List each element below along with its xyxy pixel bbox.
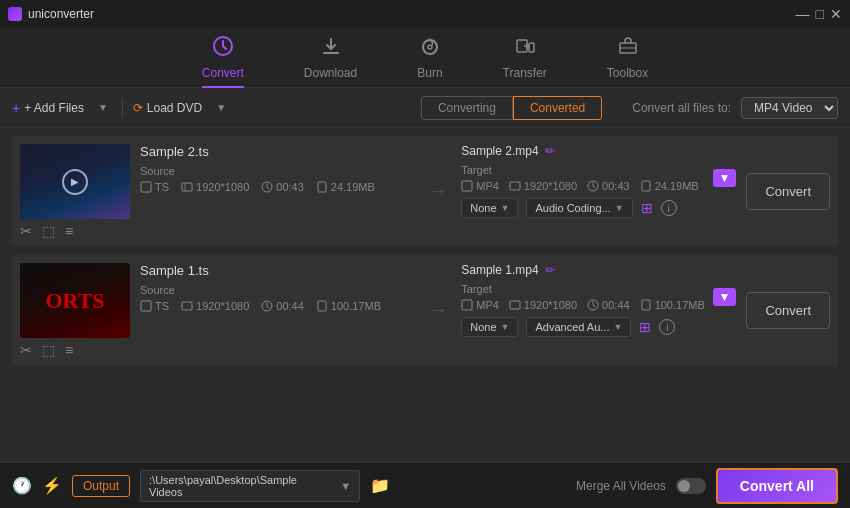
svg-rect-16: [642, 181, 650, 191]
merge-toggle[interactable]: [676, 478, 706, 494]
svg-rect-20: [318, 301, 326, 311]
target-meta-2: MP4 1920*1080 00:44 100.17MB: [461, 299, 705, 311]
convert-button-2[interactable]: Convert: [746, 292, 830, 329]
open-folder-icon[interactable]: 📁: [370, 476, 390, 495]
crop-icon-2[interactable]: ⬚: [42, 342, 55, 358]
crop-icon-1[interactable]: ⬚: [42, 223, 55, 239]
toolbox-nav-icon: [617, 35, 639, 62]
target-label-1: Target: [461, 164, 698, 176]
audio-preset-label-1: None: [470, 202, 496, 214]
app-logo-icon: [8, 7, 22, 21]
thumb-controls-1: ✂ ⬚ ≡: [20, 223, 130, 239]
thumb-controls-2: ✂ ⬚ ≡: [20, 342, 130, 358]
file-name-2: Sample 1.ts: [140, 263, 415, 278]
load-dvd-dropdown[interactable]: ▼: [212, 100, 230, 115]
audio-preset-label-2: None: [470, 321, 496, 333]
convert-button-1[interactable]: Convert: [746, 173, 830, 210]
load-dvd-icon: ⟳: [133, 101, 143, 115]
add-files-button[interactable]: + + Add Files: [12, 100, 84, 116]
svg-rect-17: [141, 301, 151, 311]
source-duration-2: 00:44: [261, 300, 304, 312]
audio-preset-select-2[interactable]: None ▼: [461, 317, 518, 337]
info-icon-2[interactable]: i: [659, 319, 675, 335]
target-format-dropdown-2[interactable]: ▼: [713, 288, 737, 306]
target-size-1: 24.19MB: [640, 180, 699, 192]
nav-burn[interactable]: Burn: [417, 35, 442, 80]
add-files-label: + Add Files: [24, 101, 84, 115]
trim-icon-1[interactable]: ✂: [20, 223, 32, 239]
output-path-dropdown[interactable]: ▼: [340, 480, 351, 492]
convert-all-button[interactable]: Convert All: [716, 468, 838, 504]
add-files-dropdown[interactable]: ▼: [94, 100, 112, 115]
play-button-1[interactable]: ▶: [62, 169, 88, 195]
audio-row-2: None ▼ Advanced Au... ▼ ⊞ i: [461, 317, 736, 337]
target-format-dropdown-1[interactable]: ▼: [713, 169, 737, 187]
clock-icon[interactable]: 🕐: [12, 476, 32, 495]
close-icon[interactable]: ✕: [830, 6, 842, 22]
source-resolution-1: 1920*1080: [181, 181, 249, 193]
target-label-2: Target: [461, 283, 705, 295]
source-format-icon-2: TS: [140, 300, 169, 312]
target-size-2: 100.17MB: [640, 299, 705, 311]
target-duration-1: 00:43: [587, 180, 630, 192]
audio-preset-select-1[interactable]: None ▼: [461, 198, 518, 218]
info-icon-1[interactable]: i: [661, 200, 677, 216]
audio-coding-select-2[interactable]: Advanced Au... ▼: [526, 317, 631, 337]
app-title: uniconverter: [28, 7, 94, 21]
target-format-2: MP4: [461, 299, 499, 311]
target-meta-1: MP4 1920*1080 00:43 24.19MB: [461, 180, 698, 192]
file-item-2: ORTS ✂ ⬚ ≡ Sample 1.ts Source TS 1920*10…: [12, 255, 838, 366]
convert-all-label: Convert all files to:: [632, 101, 731, 115]
trim-icon-2[interactable]: ✂: [20, 342, 32, 358]
source-format-icon-1: TS: [140, 181, 169, 193]
transfer-nav-icon: [514, 35, 536, 62]
target-area-2: Sample 1.mp4 ✏ Target MP4 1920*1080: [461, 263, 736, 358]
tab-converted-label: Converted: [530, 101, 585, 115]
audio-coding-arrow-1: ▼: [615, 203, 624, 213]
arrow-icon-2: →: [429, 300, 447, 321]
tab-converting-label: Converting: [438, 101, 496, 115]
file-info-1: Sample 2.ts Source TS 1920*1080 00:43 24: [140, 144, 415, 239]
file-name-1: Sample 2.ts: [140, 144, 415, 159]
nav-toolbox[interactable]: Toolbox: [607, 35, 648, 80]
flash-icon[interactable]: ⚡: [42, 476, 62, 495]
load-dvd-button[interactable]: ⟳ Load DVD: [133, 101, 202, 115]
tab-converting[interactable]: Converting: [421, 96, 513, 120]
eq-icon-1[interactable]: ⊞: [641, 200, 653, 216]
load-dvd-label: Load DVD: [147, 101, 202, 115]
svg-rect-12: [318, 182, 326, 192]
target-filename-text-1: Sample 2.mp4: [461, 144, 538, 158]
source-format-2: TS: [155, 300, 169, 312]
target-filename-2: Sample 1.mp4 ✏: [461, 263, 554, 277]
convert-all-select[interactable]: MP4 Video: [741, 97, 838, 119]
effects-icon-2[interactable]: ≡: [65, 342, 73, 358]
nav-convert[interactable]: Convert: [202, 35, 244, 80]
svg-rect-24: [642, 300, 650, 310]
tab-converted[interactable]: Converted: [513, 96, 602, 120]
source-size-2: 100.17MB: [316, 300, 381, 312]
window-controls[interactable]: — □ ✕: [796, 6, 842, 22]
svg-rect-14: [510, 182, 520, 190]
tab-group: Converting Converted: [421, 96, 602, 120]
output-label[interactable]: Output: [72, 475, 130, 497]
audio-preset-arrow-2: ▼: [501, 322, 510, 332]
eq-icon-2[interactable]: ⊞: [639, 319, 651, 335]
nav-download[interactable]: Download: [304, 35, 357, 80]
audio-row-1: None ▼ Audio Coding... ▼ ⊞ i: [461, 198, 736, 218]
file-meta-source-1: TS 1920*1080 00:43 24.19MB: [140, 181, 415, 193]
effects-icon-1[interactable]: ≡: [65, 223, 73, 239]
target-format-1: MP4: [461, 180, 499, 192]
target-duration-2: 00:44: [587, 299, 630, 311]
minimize-icon[interactable]: —: [796, 6, 810, 22]
nav-transfer[interactable]: Transfer: [503, 35, 547, 80]
svg-rect-13: [462, 181, 472, 191]
audio-coding-select-1[interactable]: Audio Coding... ▼: [526, 198, 632, 218]
edit-filename-icon-2[interactable]: ✏: [545, 263, 555, 277]
edit-filename-icon-1[interactable]: ✏: [545, 144, 555, 158]
toolbar-divider: [122, 98, 123, 118]
output-path: :\Users\payal\Desktop\Sample Videos ▼: [140, 470, 360, 502]
target-header-1: Sample 2.mp4 ✏: [461, 144, 736, 158]
svg-rect-9: [182, 183, 192, 191]
source-duration-1: 00:43: [261, 181, 304, 193]
maximize-icon[interactable]: □: [816, 6, 824, 22]
